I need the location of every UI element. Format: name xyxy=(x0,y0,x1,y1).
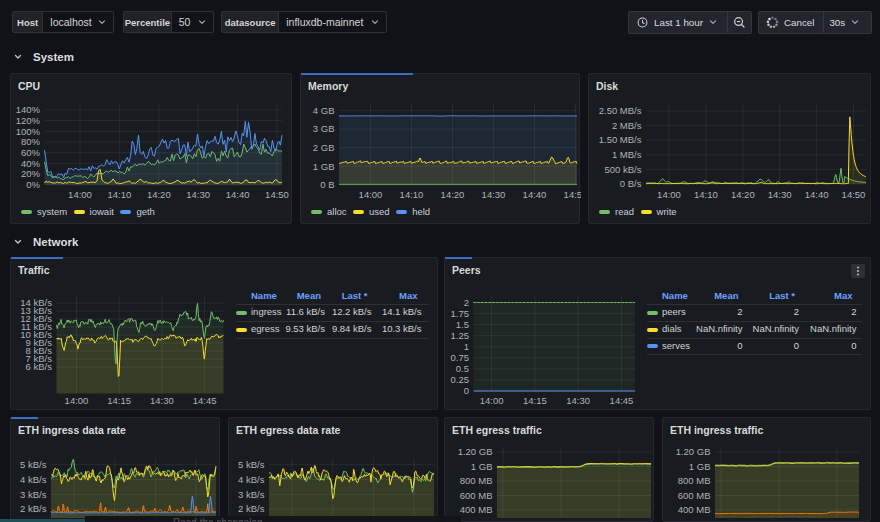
svg-text:1 GB: 1 GB xyxy=(471,461,493,472)
svg-text:600 MB: 600 MB xyxy=(678,490,711,501)
svg-text:2: 2 xyxy=(464,297,469,308)
svg-text:100%: 100% xyxy=(16,126,41,137)
svg-text:14:00: 14:00 xyxy=(480,395,504,406)
svg-text:20%: 20% xyxy=(21,168,41,179)
svg-text:5 kB/s: 5 kB/s xyxy=(20,459,47,470)
svg-text:2.50 MB/s: 2.50 MB/s xyxy=(599,105,642,116)
svg-text:600 MB: 600 MB xyxy=(460,490,493,501)
svg-text:14:40: 14:40 xyxy=(523,189,547,200)
svg-text:0 B/s: 0 B/s xyxy=(620,178,642,189)
svg-text:1 MB/s: 1 MB/s xyxy=(612,149,642,160)
svg-text:0%: 0% xyxy=(26,179,40,190)
svg-text:14:30: 14:30 xyxy=(482,189,506,200)
svg-text:0: 0 xyxy=(464,385,469,396)
svg-text:14:10: 14:10 xyxy=(694,189,718,200)
svg-text:14:10: 14:10 xyxy=(400,189,424,200)
svg-text:1: 1 xyxy=(464,341,469,352)
svg-text:14:15: 14:15 xyxy=(523,395,547,406)
svg-text:1.20 GB: 1.20 GB xyxy=(676,446,711,457)
svg-text:14:15: 14:15 xyxy=(107,395,131,406)
svg-text:0 B: 0 B xyxy=(320,179,334,190)
svg-text:140%: 140% xyxy=(16,104,41,115)
svg-text:1 GB: 1 GB xyxy=(313,161,335,172)
svg-text:4 kB/s: 4 kB/s xyxy=(238,474,265,485)
svg-text:14:00: 14:00 xyxy=(359,189,383,200)
svg-text:2 kB/s: 2 kB/s xyxy=(238,503,265,514)
svg-text:400 MB: 400 MB xyxy=(678,504,711,515)
svg-text:14:20: 14:20 xyxy=(441,189,465,200)
svg-text:14:45: 14:45 xyxy=(193,395,217,406)
svg-text:800 MB: 800 MB xyxy=(460,475,493,486)
svg-text:14:30: 14:30 xyxy=(186,189,210,200)
svg-text:120%: 120% xyxy=(16,115,41,126)
svg-text:14:50: 14:50 xyxy=(265,189,289,200)
svg-text:1 GB: 1 GB xyxy=(689,461,711,472)
svg-text:0.75: 0.75 xyxy=(451,352,470,363)
svg-text:14:50: 14:50 xyxy=(842,189,866,200)
svg-text:14:20: 14:20 xyxy=(731,189,755,200)
svg-text:3 GB: 3 GB xyxy=(313,123,335,134)
svg-text:0.25: 0.25 xyxy=(451,374,470,385)
svg-text:2 MB/s: 2 MB/s xyxy=(612,120,642,131)
svg-text:14:45: 14:45 xyxy=(610,395,634,406)
svg-text:1.50 MB/s: 1.50 MB/s xyxy=(599,134,642,145)
svg-text:60%: 60% xyxy=(21,147,41,158)
svg-text:14:00: 14:00 xyxy=(68,189,92,200)
svg-text:1.25: 1.25 xyxy=(451,330,470,341)
svg-text:400 MB: 400 MB xyxy=(460,504,493,515)
svg-text:14:00: 14:00 xyxy=(657,189,681,200)
svg-text:3 kB/s: 3 kB/s xyxy=(238,489,265,500)
svg-text:14:10: 14:10 xyxy=(108,189,132,200)
svg-text:14:00: 14:00 xyxy=(65,395,89,406)
svg-text:14:50: 14:50 xyxy=(564,189,581,200)
svg-text:14:20: 14:20 xyxy=(147,189,171,200)
svg-text:5 kB/s: 5 kB/s xyxy=(238,459,265,470)
svg-text:1.5: 1.5 xyxy=(456,319,469,330)
svg-text:3 kB/s: 3 kB/s xyxy=(20,489,47,500)
svg-text:1.20 GB: 1.20 GB xyxy=(458,446,493,457)
svg-text:1.75: 1.75 xyxy=(451,308,470,319)
svg-text:14:30: 14:30 xyxy=(566,395,590,406)
svg-text:2 kB/s: 2 kB/s xyxy=(20,503,47,514)
svg-text:14 kB/s: 14 kB/s xyxy=(20,297,52,308)
svg-text:4 kB/s: 4 kB/s xyxy=(20,474,47,485)
svg-text:14:40: 14:40 xyxy=(226,189,250,200)
svg-text:2 GB: 2 GB xyxy=(313,142,335,153)
svg-text:0.5: 0.5 xyxy=(456,363,469,374)
svg-text:500 kB/s: 500 kB/s xyxy=(605,164,642,175)
svg-text:800 MB: 800 MB xyxy=(678,475,711,486)
svg-text:80%: 80% xyxy=(21,136,41,147)
svg-text:4 GB: 4 GB xyxy=(313,105,335,116)
svg-text:40%: 40% xyxy=(21,158,41,169)
svg-text:14:30: 14:30 xyxy=(768,189,792,200)
svg-text:14:30: 14:30 xyxy=(150,395,174,406)
svg-text:14:40: 14:40 xyxy=(805,189,829,200)
